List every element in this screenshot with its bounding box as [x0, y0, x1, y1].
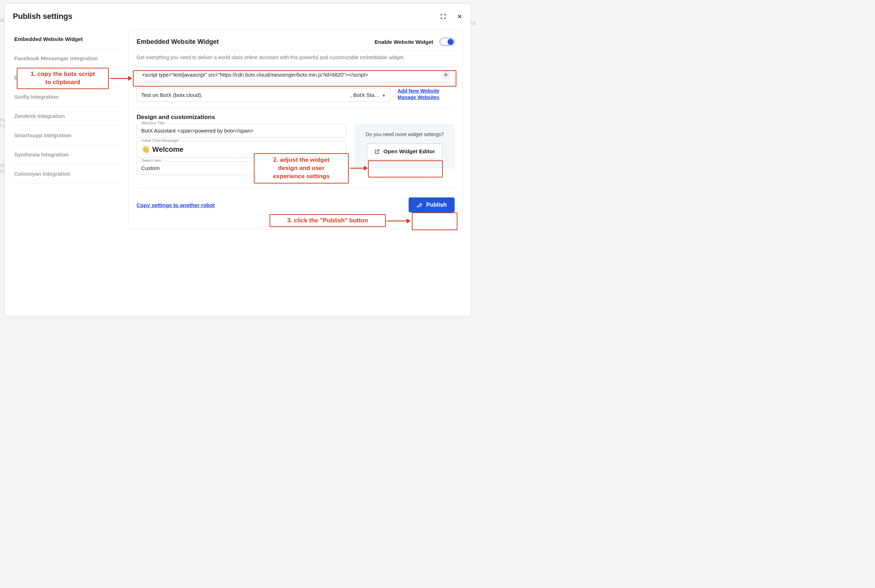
website-select-value-left: Test on BotX (botx.cloud),	[141, 92, 203, 98]
svg-point-2	[420, 204, 421, 204]
backdrop-text: at	[0, 17, 4, 23]
sidebar-item-embedded-widget[interactable]: Embedded Website Widget	[13, 30, 119, 49]
modal-header: Publish settings	[13, 12, 463, 21]
publish-settings-modal: Publish settings Embedded Website Widget…	[5, 4, 471, 316]
select-skin-dropdown[interactable]: Custom ▼	[137, 161, 346, 175]
sidebar-item-label: Facebook Messenger Integration	[14, 55, 98, 61]
window-title-label: Window Title	[140, 121, 166, 125]
enable-widget-label: Enable Website Widget	[374, 39, 433, 45]
add-new-website-link[interactable]: Add New Website	[398, 88, 455, 94]
copy-script-button[interactable]	[442, 71, 449, 78]
external-link-icon	[374, 149, 380, 154]
sidebar-item-label: Synthesia Integration	[14, 152, 69, 158]
modal-title: Publish settings	[13, 12, 72, 21]
integrations-sidebar: Embedded Website Widget Facebook Messeng…	[13, 30, 119, 183]
fullscreen-icon[interactable]	[440, 13, 447, 20]
open-widget-editor-label: Open Widget Editor	[383, 148, 435, 154]
window-title-input[interactable]: BotX Assistant <span>powered by botx</sp…	[137, 124, 346, 138]
sidebar-item-surfly[interactable]: Surfly Integration	[13, 87, 119, 106]
select-skin-value: Custom	[141, 165, 160, 171]
chevron-down-icon: ▼	[338, 166, 341, 170]
sidebar-item-label: Surfly Integration	[14, 94, 59, 100]
embed-script-box: <script type="text/javascript" src="http…	[137, 67, 455, 83]
close-icon[interactable]	[456, 13, 463, 20]
widget-editor-panel: Do you need more widget settings? Open W…	[355, 124, 455, 168]
website-select[interactable]: Test on BotX (botx.cloud), , BotX Sta… ▼	[137, 88, 391, 102]
sidebar-item-smartsupp[interactable]: Smartsupp Integration	[13, 126, 119, 145]
sidebar-item-label: Botmock Integration	[14, 75, 66, 81]
enable-widget-toggle[interactable]	[440, 38, 455, 46]
sidebar-item-label: Colossyan Integration	[14, 171, 71, 177]
initial-chat-message-input[interactable]: 👋 Welcome	[137, 141, 346, 158]
sidebar-item-facebook-messenger[interactable]: Facebook Messenger Integration	[13, 49, 119, 68]
chevron-down-icon: ▼	[382, 93, 386, 98]
panel-description: Get everything you need to deliver a wor…	[137, 54, 455, 60]
initial-chat-message-value: Welcome	[152, 146, 183, 154]
publish-button-label: Publish	[426, 202, 447, 208]
panel-title: Embedded Website Widget	[137, 38, 219, 46]
sidebar-item-colossyan[interactable]: Colossyan Integration	[13, 164, 119, 183]
divider	[137, 51, 455, 51]
rocket-icon	[416, 202, 422, 208]
design-heading: Design and customizations	[137, 114, 455, 121]
divider	[137, 107, 455, 107]
svg-rect-0	[445, 74, 447, 76]
widget-settings-panel: Embedded Website Widget Enable Website W…	[128, 30, 463, 229]
website-select-value-right: , BotX Sta…	[350, 92, 380, 98]
embed-script-text: <script type="text/javascript" src="http…	[142, 72, 368, 78]
copy-settings-link[interactable]: Copy settings to another robot	[137, 202, 215, 208]
sidebar-item-label: Zendesk Integration	[14, 113, 65, 119]
sidebar-item-synthesia[interactable]: Synthesia Integration	[13, 145, 119, 164]
sidebar-item-botmock[interactable]: Botmock Integration	[13, 68, 119, 87]
initial-chat-message-label: Initial Chat Message	[140, 138, 180, 142]
widget-editor-hint: Do you need more widget settings?	[361, 132, 448, 137]
publish-button[interactable]: Publish	[409, 197, 455, 212]
open-widget-editor-button[interactable]: Open Widget Editor	[367, 144, 442, 159]
wave-emoji-icon: 👋	[141, 145, 150, 154]
svg-rect-1	[444, 74, 447, 75]
window-title-value: BotX Assistant <span>powered by botx</sp…	[141, 128, 254, 134]
sidebar-item-zendesk[interactable]: Zendesk Integration	[13, 106, 119, 126]
sidebar-item-label: Embedded Website Widget	[14, 36, 83, 42]
copy-icon	[444, 73, 448, 77]
sidebar-item-label: Smartsupp Integration	[14, 132, 71, 138]
select-skin-label: Select skin	[140, 158, 163, 162]
manage-websites-link[interactable]: Manage Websites	[398, 94, 455, 100]
